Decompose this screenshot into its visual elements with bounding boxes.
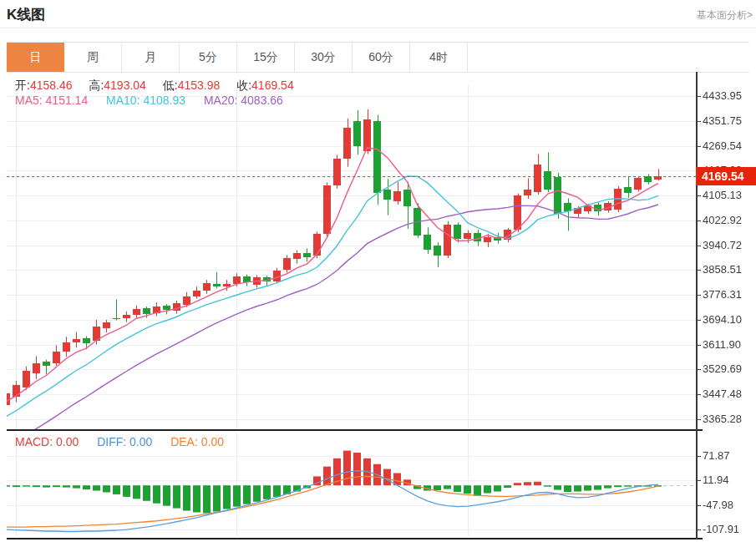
tab-month[interactable]: 月: [122, 43, 180, 72]
low-label: 低:: [163, 79, 178, 92]
dea-value-legend: DEA: 0.00: [170, 435, 224, 448]
y-axis-label: 3694.10: [703, 313, 742, 326]
y-axis-label: 3447.48: [703, 388, 742, 400]
y-axis-label: 4022.92: [703, 214, 742, 226]
tab-week[interactable]: 周: [64, 43, 122, 72]
y-axis-tick: [697, 320, 701, 321]
y-axis-label: 3858.51: [703, 263, 742, 276]
y-axis-tick: [697, 295, 701, 296]
tab-30min[interactable]: 30分: [295, 43, 353, 72]
y-axis-line: [696, 72, 698, 539]
y-axis-label: -107.91: [703, 523, 739, 535]
title-divider: [0, 28, 756, 28]
y-axis-label: 4433.95: [703, 89, 742, 102]
y-axis-tick: [697, 369, 701, 370]
high-label: 高:: [89, 79, 104, 92]
ma20-legend: MA20: 4083.66: [204, 94, 283, 107]
fundamental-analysis-link[interactable]: 基本面分析>: [697, 8, 753, 23]
y-axis-label: 4351.75: [703, 114, 742, 127]
y-axis-tick: [697, 121, 701, 122]
close-label: 收:: [236, 79, 251, 92]
y-axis-label: 3776.31: [703, 288, 742, 301]
y-axis-label: -47.98: [703, 499, 733, 511]
tab-5min[interactable]: 5分: [180, 43, 237, 72]
y-axis-tick: [697, 419, 701, 420]
ma10-legend: MA10: 4108.93: [106, 94, 185, 107]
tab-4hour[interactable]: 4时: [410, 43, 468, 72]
y-axis-tick: [697, 394, 701, 395]
kline-widget: K线图 基本面分析> 日 周 月 5分 15分 30分 60分 4时 开:415…: [0, 0, 756, 542]
current-price-tag: 4169.54: [696, 167, 756, 185]
page-title: K线图: [7, 5, 45, 24]
tab-15min[interactable]: 15分: [237, 43, 295, 72]
y-axis-tick: [697, 220, 701, 221]
ma5-legend: MA5: 4151.14: [15, 94, 88, 107]
y-axis-tick: [697, 270, 701, 271]
y-axis-tick: [697, 456, 701, 457]
y-axis-tick: [697, 96, 701, 97]
macd-legend: MACD: 0.00 DIFF: 0.00 DEA: 0.00: [15, 435, 224, 448]
y-axis-label: 3529.69: [703, 362, 742, 375]
open-label: 开:: [15, 79, 30, 92]
close-value: 4169.54: [251, 79, 294, 92]
high-value: 4193.04: [104, 79, 146, 92]
y-axis-label: 4269.54: [703, 139, 742, 152]
y-axis-tick: [697, 195, 701, 196]
ohlc-legend: 开:4158.46 高:4193.04 低:4153.98 收:4169.54: [15, 79, 307, 94]
low-value: 4153.98: [178, 79, 221, 92]
diff-value-legend: DIFF: 0.00: [97, 435, 152, 448]
y-axis-label: 4105.13: [703, 189, 742, 201]
y-axis-tick: [697, 529, 701, 530]
y-axis-label: 71.87: [703, 449, 730, 462]
y-axis-tick: [697, 146, 701, 147]
y-axis-label: 3611.90: [703, 338, 741, 351]
y-axis-tick: [697, 505, 701, 506]
panel-separator: [7, 429, 703, 431]
y-axis-label: 11.94: [703, 474, 729, 486]
open-value: 4158.46: [30, 79, 73, 92]
y-axis-label: 3365.28: [703, 413, 742, 425]
interval-tabs: 日 周 月 5分 15分 30分 60分 4时: [7, 42, 749, 73]
chart-bottom-axis: [7, 538, 703, 539]
tab-60min[interactable]: 60分: [353, 43, 410, 72]
ma-legend: MA5: 4151.14 MA10: 4108.93 MA20: 4083.66: [15, 94, 283, 107]
y-axis-tick: [697, 246, 701, 246]
main-candlestick-chart[interactable]: [7, 73, 696, 431]
y-axis-label: 3940.72: [703, 239, 742, 251]
y-axis-tick: [697, 345, 701, 346]
y-axis-tick: [697, 480, 701, 481]
tab-day[interactable]: 日: [7, 43, 64, 72]
macd-value-legend: MACD: 0.00: [15, 435, 79, 448]
